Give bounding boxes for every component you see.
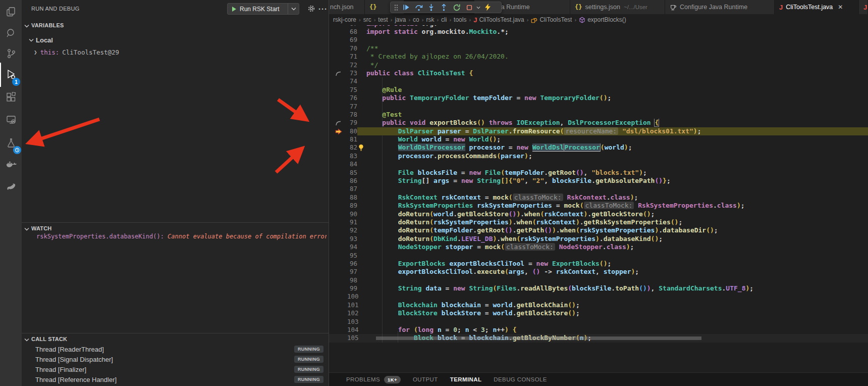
search-icon[interactable]	[0, 23, 22, 43]
breadcrumb-item-test[interactable]: test	[378, 16, 388, 23]
breadcrumb-item-rsk[interactable]: rsk	[426, 16, 434, 23]
breadcrumb-item-rskj-core[interactable]: rskj-core	[333, 16, 356, 23]
gutter-80[interactable]	[329, 127, 347, 135]
run-config-chevron[interactable]	[288, 4, 299, 14]
gutter-71[interactable]	[329, 53, 347, 61]
gutter-98[interactable]	[329, 276, 347, 284]
breadcrumb-item-co[interactable]: co	[413, 16, 419, 23]
gutter-93[interactable]	[329, 235, 347, 243]
line-number: 74	[347, 77, 357, 85]
watch-section-header[interactable]: WATCH	[22, 223, 329, 233]
gutter-84[interactable]	[329, 160, 347, 168]
gutter-105[interactable]	[329, 334, 347, 342]
gutter-78[interactable]	[329, 111, 347, 119]
code-editor[interactable]: 67import static org.68import static org.…	[329, 20, 868, 343]
call-stack-thread-row[interactable]: Thread [ReaderThread]RUNNING	[22, 344, 329, 354]
breadcrumb-item-cli[interactable]: cli	[441, 16, 447, 23]
call-stack-section-header[interactable]: CALL STACK	[22, 334, 329, 344]
breadcrumb-item-src[interactable]: src	[363, 16, 371, 23]
gutter-99[interactable]	[329, 284, 347, 293]
tab-icon-only-6[interactable]: J	[859, 0, 868, 14]
panel-tab-terminal[interactable]: TERMINAL	[450, 376, 482, 382]
testing-flask-icon[interactable]	[0, 133, 22, 153]
source-control-icon[interactable]	[0, 43, 22, 64]
continue-button[interactable]	[400, 2, 412, 13]
gutter-97[interactable]	[329, 268, 347, 276]
gutter-86[interactable]	[329, 177, 347, 185]
gutter-79[interactable]	[329, 119, 347, 127]
variables-section-header[interactable]: VARIABLES	[22, 20, 329, 30]
hot-code-replace-icon[interactable]	[481, 2, 494, 13]
gear-icon[interactable]	[306, 4, 316, 14]
gutter-103[interactable]	[329, 318, 347, 326]
stop-button[interactable]	[463, 2, 475, 13]
gutter-76[interactable]	[329, 94, 347, 102]
gutter-72[interactable]	[329, 61, 347, 69]
gutter-96[interactable]	[329, 260, 347, 268]
tab-CliToolsTest.java[interactable]: JCliToolsTest.java✕	[775, 0, 859, 14]
step-into-button[interactable]	[425, 2, 438, 13]
gutter-89[interactable]	[329, 202, 347, 210]
gutter-73[interactable]	[329, 69, 347, 77]
panel-tab-problems[interactable]: PROBLEMS1K+	[346, 376, 401, 383]
gutter-95[interactable]	[329, 252, 347, 260]
close-tab-icon[interactable]: ✕	[838, 4, 843, 11]
gutter-102[interactable]	[329, 309, 347, 317]
watch-expression-row[interactable]: rskSystemProperties.databaseKind(): Cann…	[36, 233, 327, 242]
gutter-100[interactable]	[329, 293, 347, 301]
breadcrumb-item-tools[interactable]: tools	[454, 16, 466, 23]
gutter-104[interactable]	[329, 326, 347, 334]
tab-settings.json[interactable]: {}settings.json~/.../User	[570, 0, 665, 14]
restart-button[interactable]	[450, 2, 463, 13]
gutter-88[interactable]	[329, 194, 347, 202]
gutter-87[interactable]	[329, 185, 347, 193]
panel-tab-bar: PROBLEMS1K+OUTPUTTERMINALDEBUG CONSOLE	[329, 372, 868, 386]
code-line-74: 74	[329, 77, 868, 85]
gutter-91[interactable]	[329, 218, 347, 226]
explorer-icon[interactable]	[0, 2, 22, 22]
stop-options-chevron[interactable]	[475, 2, 481, 13]
gutter-69[interactable]	[329, 36, 347, 44]
more-actions-icon[interactable]: ···	[318, 4, 328, 14]
gutter-74[interactable]	[329, 77, 347, 85]
tab-nch.json[interactable]: nch.json	[329, 0, 365, 14]
step-out-button[interactable]	[438, 2, 450, 13]
gutter-90[interactable]	[329, 210, 347, 218]
breadcrumb-item-CliToolsTest[interactable]: CliToolsTest	[531, 16, 572, 23]
run-and-debug-icon[interactable]: 1	[0, 65, 22, 85]
gutter-81[interactable]	[329, 135, 347, 143]
extensions-icon[interactable]	[0, 87, 22, 108]
call-stack-thread-row[interactable]: Thread [Finalizer]RUNNING	[22, 364, 329, 374]
panel-tab-output[interactable]: OUTPUT	[413, 376, 438, 382]
breadcrumb-item-CliToolsTest.java[interactable]: JCliToolsTest.java	[473, 16, 524, 24]
breadcrumb-item-java[interactable]: java	[395, 16, 406, 23]
gutter-77[interactable]	[329, 103, 347, 111]
horizontal-scrollbar-thumb[interactable]	[376, 336, 701, 340]
call-stack-thread-row[interactable]: Thread [Reference Handler]RUNNING	[22, 374, 329, 384]
line-number: 69	[347, 36, 357, 44]
line-number: 81	[347, 135, 357, 143]
breadcrumb-separator: ›	[422, 17, 424, 23]
breadcrumb-item-exportBlocks()[interactable]: exportBlocks()	[579, 16, 626, 23]
docker-icon[interactable]	[0, 155, 22, 175]
gutter-101[interactable]	[329, 301, 347, 309]
variable-row-this[interactable]: ❯ this: CliToolsTest@29	[34, 47, 119, 57]
method-symbol-icon	[579, 17, 585, 23]
gutter-68[interactable]	[329, 28, 347, 36]
remote-explorer-icon[interactable]	[0, 110, 22, 130]
gutter-94[interactable]	[329, 243, 347, 251]
gutter-83[interactable]	[329, 152, 347, 160]
gutter-75[interactable]	[329, 86, 347, 94]
gutter-82[interactable]	[329, 143, 347, 152]
run-config-button[interactable]: Run RSK Start	[227, 3, 299, 15]
variables-scope-local[interactable]: Local	[29, 35, 53, 45]
step-over-button[interactable]	[412, 2, 425, 13]
gradle-elephant-icon[interactable]	[0, 176, 22, 197]
panel-tab-debug-console[interactable]: DEBUG CONSOLE	[494, 376, 547, 382]
toolbar-drag-grip[interactable]	[393, 4, 400, 11]
tab-Configure Java Runtime[interactable]: Configure Java Runtime	[665, 0, 775, 14]
gutter-70[interactable]	[329, 44, 347, 53]
gutter-85[interactable]	[329, 169, 347, 177]
call-stack-thread-row[interactable]: Thread [Signal Dispatcher]RUNNING	[22, 354, 329, 364]
gutter-92[interactable]	[329, 226, 347, 234]
